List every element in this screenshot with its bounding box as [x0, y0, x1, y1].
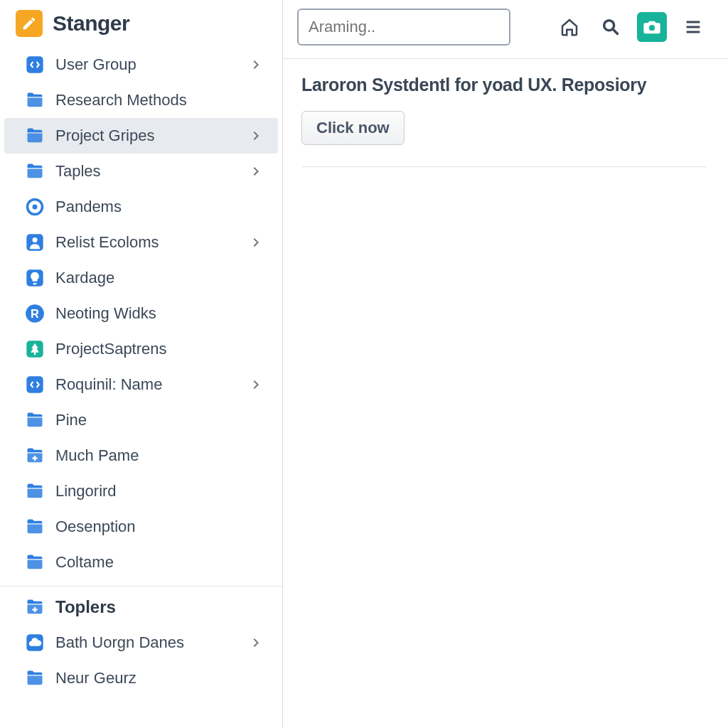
tree-square-icon — [24, 338, 46, 360]
circle-r-icon — [24, 303, 46, 324]
sidebar-item-label: User Group — [55, 55, 238, 74]
house-icon — [559, 16, 580, 38]
sidebar-item-label: Oesenption — [55, 518, 265, 536]
code-square-icon — [24, 374, 46, 395]
chevron-right-icon — [248, 376, 265, 393]
folder-icon — [24, 481, 46, 502]
home-button[interactable] — [555, 12, 584, 42]
sidebar-item-label: Pine — [55, 411, 265, 429]
search-input[interactable] — [297, 9, 510, 46]
sidebar-item-bath-uorgn-danes[interactable]: Bath Uorgn Danes — [4, 625, 278, 660]
sidebar-item-neur-geurz[interactable]: Neur Geurz — [4, 660, 278, 696]
sidebar-item-label: Toplers — [55, 597, 265, 617]
sidebar-item-taples[interactable]: Taples — [4, 154, 278, 189]
sidebar-item-label: Bath Uorgn Danes — [55, 633, 238, 652]
chevron-right-icon — [248, 163, 265, 180]
sidebar-item-oesenption[interactable]: Oesenption — [4, 509, 278, 545]
sidebar-item-user-group[interactable]: User Group — [4, 47, 278, 82]
nav-group: ToplersBath Uorgn DanesNeur Geurz — [0, 586, 282, 702]
folder-icon — [24, 161, 46, 182]
sidebar-item-coltame[interactable]: Coltame — [4, 545, 278, 580]
search-icon — [601, 17, 621, 37]
sidebar-item-relist-ecoloms[interactable]: Relist Ecoloms — [4, 225, 278, 260]
nav-group: User GroupResearch MethodsProject Gripes… — [0, 44, 282, 586]
sidebar-item-lingorird[interactable]: Lingorird — [4, 473, 278, 509]
sidebar-item-pandems[interactable]: Pandems — [4, 189, 278, 225]
sidebar-item-label: Taples — [55, 162, 238, 181]
search-wrapper — [297, 9, 510, 46]
topbar — [283, 0, 728, 58]
chevron-right-icon — [248, 634, 265, 651]
sidebar-item-label: ProjectSaptrens — [55, 340, 265, 358]
code-square-icon — [24, 54, 46, 75]
sidebar-item-label: Project Gripes — [55, 127, 238, 145]
folder-icon — [24, 410, 46, 431]
app-title: Stanger — [53, 11, 129, 36]
menu-icon — [683, 17, 703, 37]
circle-dot-icon — [24, 196, 46, 218]
sidebar-item-label: Research Methods — [55, 91, 265, 109]
main: Laroron Systdentl for yoad UX. Reposiory… — [283, 0, 728, 728]
folder-icon — [24, 552, 46, 573]
content-divider — [301, 166, 707, 167]
sidebar-item-much-pame[interactable]: Much Pame — [4, 438, 278, 473]
sidebar-item-neoting-widks[interactable]: Neoting Widks — [4, 296, 278, 331]
sidebar-nav: User GroupResearch MethodsProject Gripes… — [0, 44, 282, 702]
chevron-right-icon — [248, 234, 265, 251]
camera-icon — [642, 17, 662, 37]
pencil-icon — [21, 16, 37, 31]
person-square-icon — [24, 232, 46, 253]
folder-icon — [24, 125, 46, 146]
page-title: Laroron Systdentl for yoad UX. Reposiory — [301, 75, 707, 111]
sidebar-item-kardage[interactable]: Kardage — [4, 260, 278, 296]
sidebar-item-label: Roquinil: Name — [55, 375, 238, 394]
camera-button[interactable] — [637, 12, 667, 42]
folder-icon — [24, 516, 46, 537]
sidebar-item-label: Much Pame — [55, 446, 265, 465]
cloud-square-icon — [24, 632, 46, 653]
bulb-square-icon — [24, 267, 46, 289]
sidebar-item-research-methods[interactable]: Research Methods — [4, 82, 278, 118]
sidebar-item-project-gripes[interactable]: Project Gripes — [4, 118, 278, 154]
sidebar-item-label: Lingorird — [55, 482, 265, 500]
folder-plus-icon — [24, 445, 46, 466]
sidebar-item-label: Pandems — [55, 198, 265, 216]
chevron-right-icon — [248, 56, 265, 73]
folder-icon — [24, 668, 46, 689]
app-logo[interactable] — [16, 10, 43, 37]
sidebar-item-projectsaptrens[interactable]: ProjectSaptrens — [4, 331, 278, 367]
menu-button[interactable] — [678, 12, 708, 42]
sidebar: Stanger User GroupResearch MethodsProjec… — [0, 0, 283, 728]
content: Laroron Systdentl for yoad UX. Reposiory… — [283, 58, 728, 167]
sidebar-item-toplers[interactable]: Toplers — [4, 589, 278, 625]
sidebar-item-roquinil-name[interactable]: Roquinil: Name — [4, 367, 278, 402]
folder-plus-icon — [24, 596, 46, 618]
sidebar-header: Stanger — [0, 0, 282, 44]
primary-cta-button[interactable]: Click now — [301, 111, 405, 145]
sidebar-item-label: Coltame — [55, 553, 265, 572]
chevron-right-icon — [248, 127, 265, 144]
sidebar-item-pine[interactable]: Pine — [4, 402, 278, 438]
sidebar-item-label: Relist Ecoloms — [55, 233, 238, 252]
sidebar-item-label: Neoting Widks — [55, 304, 265, 323]
sidebar-item-label: Neur Geurz — [55, 669, 265, 687]
sidebar-item-label: Kardage — [55, 269, 265, 287]
search-button[interactable] — [596, 12, 626, 42]
folder-icon — [24, 90, 46, 111]
